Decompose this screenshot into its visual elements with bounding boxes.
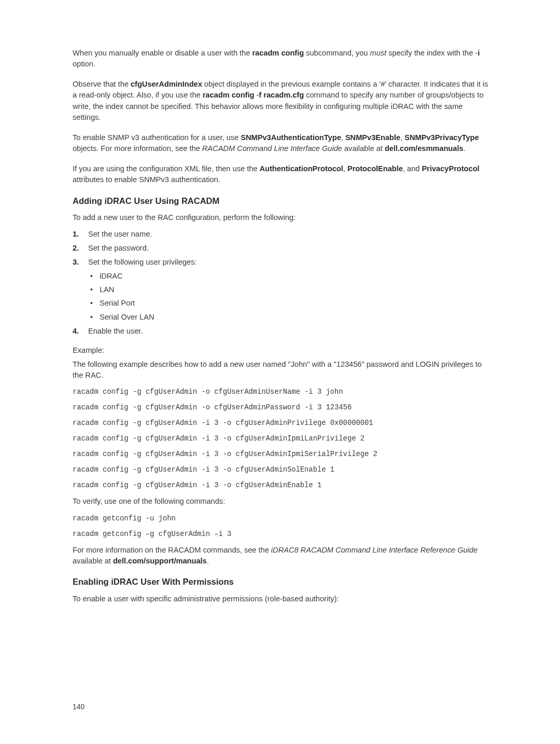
- code-line: racadm config -g cfgUserAdmin -i 3 -o cf…: [73, 418, 493, 429]
- priv-lan: LAN: [88, 284, 493, 295]
- paragraph-racadm-config: When you manually enable or disable a us…: [73, 48, 493, 70]
- privileges-list: iDRAC LAN Serial Port Serial Over LAN: [88, 271, 493, 323]
- intro-adding-user: To add a new user to the RAC configurati…: [73, 212, 493, 223]
- code-line: racadm config -g cfgUserAdmin -o cfgUser…: [73, 387, 493, 397]
- heading-enabling-user: Enabling iDRAC User With Permissions: [73, 576, 493, 588]
- example-label: Example:: [73, 345, 493, 356]
- code-line: racadm config -g cfgUserAdmin -i 3 -o cf…: [73, 434, 493, 444]
- paragraph-snmp: To enable SNMP v3 authentication for a u…: [73, 132, 493, 154]
- step-2: 2.Set the password.: [73, 243, 493, 254]
- code-line: racadm config -g cfgUserAdmin -o cfgUser…: [73, 403, 493, 413]
- page-number: 140: [73, 701, 85, 712]
- code-line: racadm config -g cfgUserAdmin -i 3 -o cf…: [73, 480, 493, 491]
- paragraph-xml: If you are using the configuration XML f…: [73, 163, 493, 185]
- code-line: racadm getconfig –g cfgUserAdmin –i 3: [73, 529, 493, 540]
- code-line: racadm config -g cfgUserAdmin -i 3 -o cf…: [73, 465, 493, 475]
- priv-serial: Serial Port: [88, 298, 493, 309]
- footnote-racadm: For more information on the RACADM comma…: [73, 545, 493, 567]
- priv-idrac: iDRAC: [88, 271, 493, 282]
- step-3: 3.Set the following user privileges: iDR…: [73, 257, 493, 323]
- steps-list: 1.Set the user name. 2.Set the password.…: [73, 229, 493, 337]
- intro-enabling-user: To enable a user with specific administr…: [73, 594, 493, 604]
- document-page: When you manually enable or disable a us…: [0, 0, 560, 744]
- example-description: The following example describes how to a…: [73, 359, 493, 381]
- paragraph-cfgindex: Observe that the cfgUserAdminIndex objec…: [73, 79, 493, 123]
- priv-sol: Serial Over LAN: [88, 312, 493, 323]
- heading-adding-user: Adding iDRAC User Using RACADM: [73, 195, 493, 208]
- verify-text: To verify, use one of the following comm…: [73, 496, 493, 507]
- code-line: racadm getconfig -u john: [73, 514, 493, 524]
- code-line: racadm config -g cfgUserAdmin -i 3 -o cf…: [73, 449, 493, 460]
- step-4: 4.Enable the user.: [73, 326, 493, 337]
- step-1: 1.Set the user name.: [73, 229, 493, 240]
